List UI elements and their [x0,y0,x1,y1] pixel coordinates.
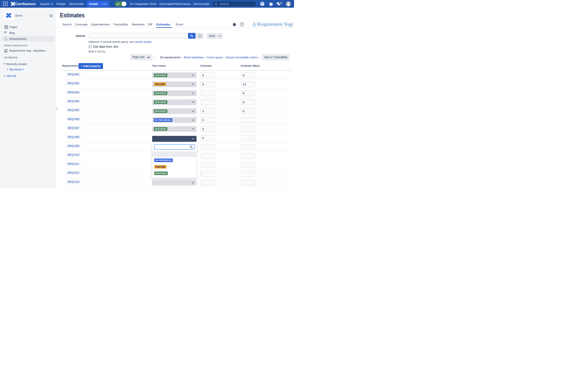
svg-text:?: ? [241,23,243,25]
svg-text:?: ? [199,35,200,37]
svg-text:?: ? [261,2,263,5]
svg-text:1: 1 [280,2,282,4]
